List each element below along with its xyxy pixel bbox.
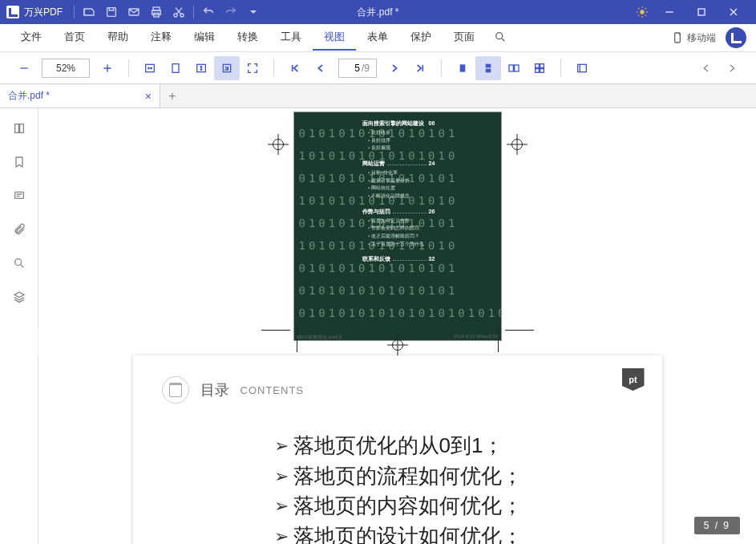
page-footer: SEO/搜索优化.indd 3 2014.4.21 MNov3.52 — [297, 334, 499, 341]
separator — [273, 59, 274, 77]
fit-height-icon[interactable] — [188, 56, 214, 80]
single-page-icon[interactable] — [450, 56, 475, 80]
bookmark-icon[interactable] — [10, 153, 28, 171]
search-panel-icon[interactable] — [10, 254, 28, 272]
zoom-in-button[interactable] — [95, 56, 120, 80]
tab-close-icon[interactable]: × — [145, 90, 152, 103]
add-tab-button[interactable]: + — [160, 84, 184, 108]
side-panel: ▶ — [0, 108, 38, 544]
title-bar: 万兴PDF 合并.pdf * — [0, 0, 756, 24]
pdf-page-toc: pt 目录 CONTENTS 落地页优化的从0到1；落地页的流程如何优化；落地页… — [133, 355, 662, 544]
zoom-out-button[interactable] — [11, 56, 37, 80]
menu-保护[interactable]: 保护 — [399, 25, 443, 51]
menu-工具[interactable]: 工具 — [269, 25, 313, 51]
toc-item: 落地页优化的从0到1； — [274, 431, 633, 461]
svg-rect-18 — [509, 65, 513, 71]
document-title: 合并.pdf * — [357, 6, 398, 19]
menu-文件[interactable]: 文件 — [10, 25, 53, 51]
registration-mark-icon — [271, 137, 285, 152]
svg-rect-0 — [107, 8, 116, 17]
cut-icon[interactable] — [168, 3, 190, 21]
last-page-button[interactable] — [407, 56, 433, 80]
zoom-level[interactable]: 52% — [42, 59, 90, 78]
separator — [128, 59, 129, 77]
divider — [193, 6, 194, 18]
thumbnails-icon[interactable] — [10, 120, 28, 137]
two-page-icon[interactable] — [501, 56, 527, 80]
workspace: ▶ 0101010101010101 1010101010101010 0101… — [0, 108, 756, 544]
app-logo-icon — [6, 6, 19, 18]
svg-rect-24 — [578, 64, 587, 71]
minimize-button[interactable] — [653, 0, 685, 24]
page-thumbnail-upper: 0101010101010101 1010101010101010 010101… — [261, 108, 534, 355]
continuous-page-icon[interactable] — [475, 56, 501, 80]
close-button[interactable] — [718, 0, 750, 24]
tab-label: 合并.pdf * — [8, 89, 50, 103]
divider — [74, 6, 75, 18]
mail-icon[interactable] — [123, 3, 145, 21]
reader-mode-icon[interactable] — [569, 56, 595, 80]
svg-rect-17 — [486, 68, 491, 72]
menu-bar: 文件首页帮助注释编辑转换工具视图表单保护页面 移动端 — [0, 24, 756, 52]
prev-tool-icon[interactable] — [693, 56, 719, 80]
prev-page-button[interactable] — [308, 56, 334, 80]
fit-page-icon[interactable] — [163, 56, 188, 80]
menu-视图[interactable]: 视图 — [313, 25, 356, 51]
menu-表单[interactable]: 表单 — [356, 25, 399, 51]
foot-left: SEO/搜索优化.indd 3 — [297, 334, 342, 341]
svg-rect-27 — [14, 192, 23, 198]
svg-point-7 — [640, 10, 644, 14]
view-toolbar: 52% /9 — [0, 52, 756, 84]
fullscreen-icon[interactable] — [240, 56, 265, 80]
maximize-button[interactable] — [685, 0, 718, 24]
redo-icon[interactable] — [220, 3, 242, 21]
page-total: /9 — [362, 63, 370, 74]
mobile-label: 移动端 — [687, 31, 716, 45]
comments-icon[interactable] — [10, 187, 28, 205]
search-menu[interactable] — [486, 26, 515, 51]
crop-mark — [261, 330, 290, 331]
svg-rect-20 — [536, 63, 540, 67]
svg-rect-16 — [486, 63, 491, 67]
next-page-button[interactable] — [382, 56, 407, 80]
menu-注释[interactable]: 注释 — [139, 25, 183, 51]
menu-帮助[interactable]: 帮助 — [96, 25, 139, 51]
svg-rect-21 — [540, 63, 544, 67]
layers-icon[interactable] — [10, 288, 28, 306]
mobile-link[interactable]: 移动端 — [671, 31, 716, 45]
page-number-field[interactable] — [346, 63, 360, 74]
first-page-button[interactable] — [282, 56, 308, 80]
zoom-value: 52% — [56, 63, 75, 74]
save-icon[interactable] — [100, 3, 123, 21]
menu-首页[interactable]: 首页 — [53, 25, 96, 51]
menu-编辑[interactable]: 编辑 — [183, 25, 226, 51]
fit-width-icon[interactable] — [137, 56, 163, 80]
next-tool-icon[interactable] — [719, 56, 745, 80]
print-icon[interactable] — [145, 3, 168, 21]
grid-page-icon[interactable] — [527, 56, 552, 80]
actual-size-icon[interactable] — [214, 56, 240, 80]
undo-icon[interactable] — [197, 3, 220, 21]
open-icon[interactable] — [78, 3, 100, 21]
toc-icon — [162, 376, 189, 404]
pdf-page-content: 0101010101010101 1010101010101010 010101… — [293, 112, 502, 341]
menu-页面[interactable]: 页面 — [443, 25, 486, 51]
brand-logo-icon[interactable] — [726, 27, 746, 48]
svg-rect-22 — [536, 68, 540, 72]
menu-转换[interactable]: 转换 — [226, 25, 269, 51]
foot-right: 2014.4.21 MNov3.52 — [454, 334, 499, 341]
theme-icon[interactable] — [631, 3, 653, 21]
tab-document[interactable]: 合并.pdf * × — [0, 84, 160, 108]
svg-rect-19 — [515, 65, 519, 71]
document-tabs: 合并.pdf * × + — [0, 84, 756, 108]
toc-item: 落地页的设计如何优化； — [274, 522, 633, 544]
svg-point-28 — [14, 259, 21, 266]
svg-rect-12 — [172, 63, 179, 72]
page-canvas[interactable]: 0101010101010101 1010101010101010 010101… — [38, 108, 756, 544]
dropdown-icon[interactable] — [242, 3, 265, 21]
attachments-icon[interactable] — [10, 221, 28, 238]
page-input[interactable]: /9 — [338, 59, 377, 78]
app-name: 万兴PDF — [24, 6, 63, 19]
toc-subtitle: CONTENTS — [241, 384, 305, 396]
svg-rect-26 — [19, 124, 23, 133]
